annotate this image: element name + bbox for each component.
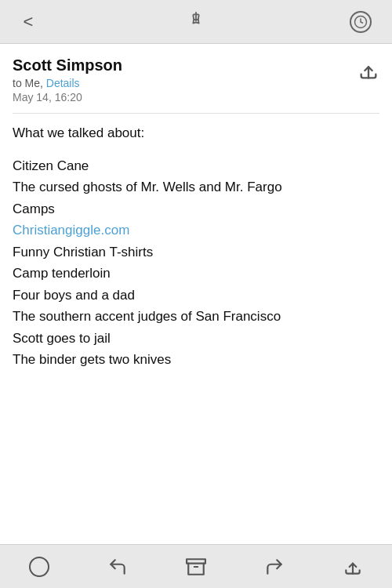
share-button[interactable] <box>358 60 379 85</box>
share-bottom-button[interactable] <box>343 557 363 577</box>
list-item: Camps <box>13 199 379 220</box>
details-link[interactable]: Details <box>46 77 80 89</box>
forward-button[interactable] <box>264 557 285 577</box>
home-button[interactable] <box>29 557 49 577</box>
back-button[interactable]: < <box>14 12 42 32</box>
list-item: Funny Christian T-shirts <box>13 242 379 263</box>
list-item: Camp tenderloin <box>13 263 379 284</box>
list-item: The southern accent judges of San Franci… <box>13 307 379 327</box>
list-item: The cursed ghosts of Mr. Wells and Mr. F… <box>13 177 379 198</box>
to-line: to Me, Details <box>13 77 358 89</box>
archive-button[interactable] <box>186 557 206 577</box>
website-link[interactable]: Christiangiggle.com <box>13 220 379 241</box>
email-header: Scott Simpson to Me, Details May 14, 16:… <box>13 56 379 103</box>
to-prefix: to Me, <box>13 77 43 89</box>
top-navigation-bar: < <box>0 0 392 44</box>
email-body: What we talked about: Citizen Cane The c… <box>13 123 379 370</box>
header-divider <box>13 113 379 114</box>
sender-name: Scott Simpson <box>13 56 358 74</box>
sender-info: Scott Simpson to Me, Details May 14, 16:… <box>13 56 358 103</box>
email-date: May 14, 16:20 <box>13 91 358 103</box>
list-item: The binder gets two knives <box>13 350 379 370</box>
home-circle-icon <box>29 557 49 577</box>
back-button[interactable] <box>107 557 128 577</box>
email-intro: What we talked about: <box>13 123 379 143</box>
list-item: Four boys and a dad <box>13 285 379 306</box>
list-item: Citizen Cane <box>13 156 379 176</box>
list-item: Scott goes to jail <box>13 328 379 349</box>
clock-button[interactable] <box>350 11 378 33</box>
svg-rect-2 <box>187 559 205 563</box>
pin-button[interactable] <box>182 11 210 32</box>
email-content-area: Scott Simpson to Me, Details May 14, 16:… <box>0 44 392 544</box>
bottom-navigation-bar <box>0 544 392 588</box>
